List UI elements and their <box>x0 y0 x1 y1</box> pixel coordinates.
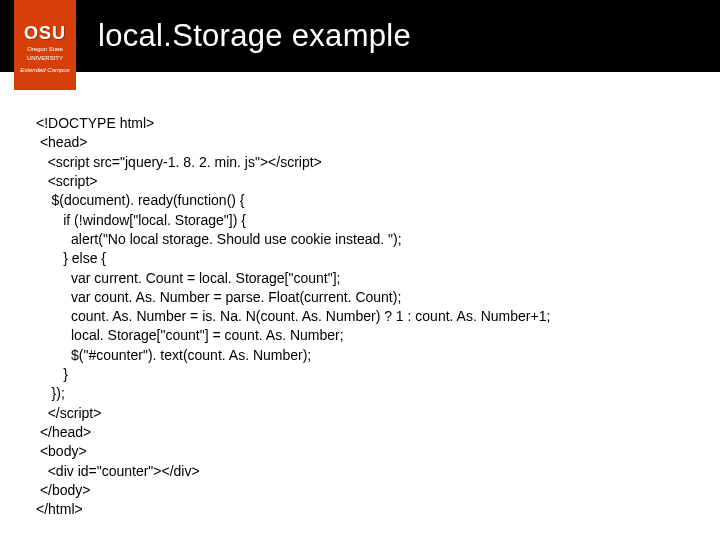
logo-main: OSU <box>24 23 66 44</box>
code-line: <body> <box>36 443 87 459</box>
code-line: count. As. Number = is. Na. N(count. As.… <box>36 308 550 324</box>
logo-ext: Extended Campus <box>20 67 69 73</box>
code-line: if (!window["local. Storage"]) { <box>36 212 246 228</box>
code-line: <div id="counter"></div> <box>36 463 200 479</box>
content-area: <!DOCTYPE html> <head> <script src="jque… <box>0 72 720 520</box>
code-line: <script> <box>36 173 97 189</box>
code-line: <!DOCTYPE html> <box>36 115 154 131</box>
code-line: $("#counter"). text(count. As. Number); <box>36 347 311 363</box>
code-line: <head> <box>36 134 87 150</box>
code-line: </script> <box>36 405 101 421</box>
code-line: } else { <box>36 250 106 266</box>
slide-title: local.Storage example <box>98 18 411 54</box>
code-line: </html> <box>36 501 83 517</box>
logo-sub2: UNIVERSITY <box>27 55 63 62</box>
code-line: </head> <box>36 424 91 440</box>
code-line: } <box>36 366 68 382</box>
osu-logo: OSU Oregon State UNIVERSITY Extended Cam… <box>14 0 76 90</box>
logo-sub1: Oregon State <box>27 46 63 53</box>
code-line: alert("No local storage. Should use cook… <box>36 231 402 247</box>
code-line: $(document). ready(function() { <box>36 192 245 208</box>
code-line: }); <box>36 385 65 401</box>
code-line: </body> <box>36 482 91 498</box>
code-line: local. Storage["count"] = count. As. Num… <box>36 327 344 343</box>
header-bar: OSU Oregon State UNIVERSITY Extended Cam… <box>0 0 720 72</box>
code-line: var count. As. Number = parse. Float(cur… <box>36 289 401 305</box>
code-line: var current. Count = local. Storage["cou… <box>36 270 340 286</box>
code-block: <!DOCTYPE html> <head> <script src="jque… <box>36 114 684 520</box>
code-line: <script src="jquery-1. 8. 2. min. js"></… <box>36 154 322 170</box>
